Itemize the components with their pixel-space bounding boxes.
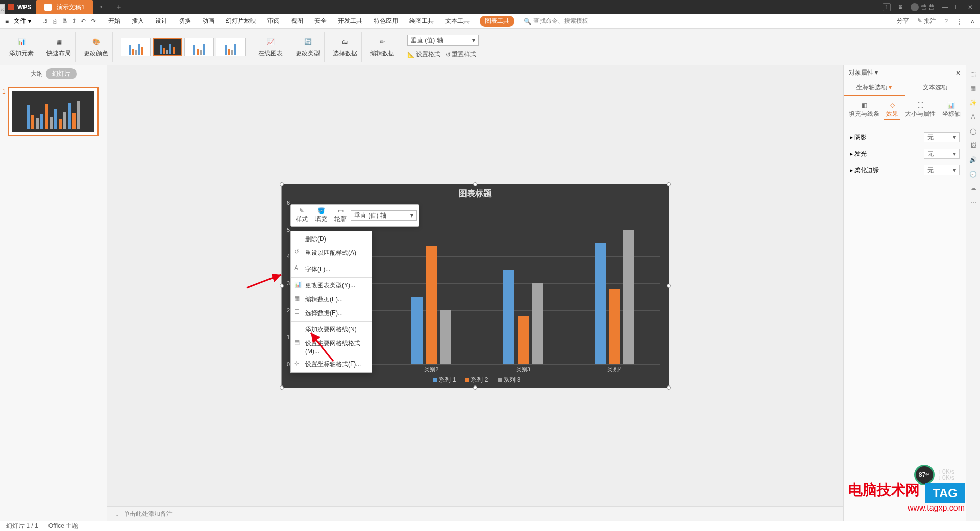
size-props-tab[interactable]: ⛶大小与属性 bbox=[903, 101, 938, 120]
badge-button[interactable]: 1 bbox=[883, 3, 891, 11]
tab-插入[interactable]: 插入 bbox=[131, 15, 145, 28]
edit-data-button[interactable]: ✏编辑数据 bbox=[370, 36, 395, 58]
rail-template-icon[interactable]: ▦ bbox=[970, 85, 976, 92]
outline-tab[interactable]: 大纲 bbox=[31, 69, 43, 78]
online-chart-button[interactable]: 📈在线图表 bbox=[258, 36, 283, 58]
rail-media-icon[interactable]: 🔊 bbox=[969, 156, 977, 163]
search-icon: 🔍 bbox=[524, 18, 531, 25]
mini-style-button[interactable]: ✎样式 bbox=[292, 206, 311, 225]
shadow-row[interactable]: ▸ 阴影无▾ bbox=[850, 129, 960, 146]
tab-特色应用[interactable]: 特色应用 bbox=[373, 15, 399, 28]
notes-bar[interactable]: 🗨 单击此处添加备注 bbox=[107, 506, 843, 521]
tab-设计[interactable]: 设计 bbox=[154, 15, 168, 28]
collapse-panel-button[interactable]: ‹‹ bbox=[0, 4, 5, 14]
ctx-delete[interactable]: 删除(D) bbox=[291, 232, 372, 246]
tab-审阅[interactable]: 审阅 bbox=[266, 15, 281, 28]
tab-文本工具[interactable]: 文本工具 bbox=[444, 15, 471, 28]
softedge-value[interactable]: 无▾ bbox=[924, 165, 960, 175]
chart-style-4[interactable] bbox=[216, 38, 246, 56]
export-icon[interactable]: ⤴ bbox=[72, 18, 76, 25]
set-format-button[interactable]: 📐 设置格式 bbox=[407, 50, 440, 59]
effects-tab[interactable]: ◇效果 bbox=[884, 101, 900, 120]
mini-fill-button[interactable]: 🪣填充 bbox=[312, 206, 330, 225]
change-color-button[interactable]: 🎨 更改颜色 bbox=[84, 36, 108, 58]
chart-legend[interactable]: 系列 1系列 2系列 3 bbox=[282, 376, 669, 384]
rail-font-icon[interactable]: A bbox=[971, 113, 975, 120]
panel-close-icon[interactable]: ✕ bbox=[955, 69, 961, 77]
slides-tab[interactable]: 幻灯片 bbox=[46, 68, 77, 79]
redo-icon[interactable]: ↷ bbox=[91, 18, 96, 25]
side-rail: ⬚ ▦ ✨ A ◯ 🖼 🔊 🕘 ☁ ⋯ bbox=[966, 65, 980, 521]
tab-视图[interactable]: 视图 bbox=[290, 15, 304, 28]
rail-more-icon[interactable]: ⋯ bbox=[970, 199, 976, 206]
chart-style-2[interactable] bbox=[153, 38, 182, 56]
tab-开始[interactable]: 开始 bbox=[107, 15, 121, 28]
print-icon[interactable]: 🖶 bbox=[61, 18, 67, 25]
undo-icon[interactable]: ↶ bbox=[81, 18, 86, 25]
minimize-button[interactable]: — bbox=[942, 4, 948, 11]
text-options-tab[interactable]: 文本选项 bbox=[905, 80, 966, 96]
add-element-button[interactable]: 📊 添加元素 bbox=[9, 36, 34, 58]
help-icon[interactable]: ? bbox=[944, 18, 948, 25]
print-preview-icon[interactable]: ⎘ bbox=[53, 18, 56, 25]
rail-animation-icon[interactable]: ✨ bbox=[969, 99, 977, 106]
hamburger-icon[interactable]: ≡ bbox=[5, 18, 9, 25]
app-logo: WPS bbox=[2, 3, 36, 11]
slide-thumbnail[interactable]: 1 bbox=[8, 87, 99, 136]
select-data-button[interactable]: 🗂选择数据 bbox=[333, 36, 357, 58]
speed-ring[interactable]: 87% bbox=[914, 465, 935, 485]
ctx-change-chart-type[interactable]: 📊更改图表类型(Y)... bbox=[291, 279, 372, 293]
shadow-value[interactable]: 无▾ bbox=[924, 132, 960, 142]
new-tab-button[interactable]: ＋ bbox=[109, 3, 129, 12]
tab-动画[interactable]: 动画 bbox=[201, 15, 215, 28]
collapse-ribbon-icon[interactable]: ⋮ bbox=[956, 18, 962, 25]
rail-cloud-icon[interactable]: ☁ bbox=[970, 185, 976, 192]
mini-element-combo[interactable]: 垂直 (值) 轴▾ bbox=[351, 210, 417, 221]
rail-time-icon[interactable]: 🕘 bbox=[969, 171, 977, 178]
axis-tab[interactable]: 📊坐标轴 bbox=[940, 101, 963, 120]
change-type-button[interactable]: 🔄更改类型 bbox=[296, 36, 320, 58]
tab-开发工具[interactable]: 开发工具 bbox=[337, 15, 363, 28]
rail-select-icon[interactable]: ⬚ bbox=[970, 70, 976, 78]
tab-切换[interactable]: 切换 bbox=[178, 15, 192, 28]
rail-image-icon[interactable]: 🖼 bbox=[970, 142, 976, 149]
ctx-reset-style[interactable]: ↺重设以匹配样式(A) bbox=[291, 246, 372, 260]
ctx-select-data[interactable]: ☐选择数据(E)... bbox=[291, 306, 372, 320]
effects-icon: ◇ bbox=[890, 102, 895, 109]
tab-绘图工具[interactable]: 绘图工具 bbox=[408, 15, 435, 28]
document-tab[interactable]: 演示文稿1 bbox=[36, 0, 93, 14]
quick-layout-icon: ▦ bbox=[53, 36, 65, 48]
tab-安全[interactable]: 安全 bbox=[313, 15, 328, 28]
share-button[interactable]: 分享 bbox=[897, 17, 909, 26]
chevron-icon[interactable]: ∧ bbox=[970, 18, 975, 25]
chart-style-3[interactable] bbox=[184, 38, 214, 56]
glow-row[interactable]: ▸ 发光无▾ bbox=[850, 146, 960, 162]
save-icon[interactable]: 🖫 bbox=[41, 18, 47, 25]
chart-style-1[interactable] bbox=[121, 38, 151, 56]
command-search[interactable]: 🔍 查找命令、搜索模板 bbox=[524, 17, 589, 26]
user-avatar[interactable]: 曹 曹 bbox=[911, 3, 935, 12]
tab-幻灯片放映[interactable]: 幻灯片放映 bbox=[225, 15, 257, 28]
ctx-edit-data[interactable]: ▦编辑数据(E)... bbox=[291, 293, 372, 306]
comment-button[interactable]: ✎ 批注 bbox=[917, 17, 936, 26]
fill-line-tab[interactable]: ◧填充与线条 bbox=[847, 101, 881, 120]
axis-options-tab[interactable]: 坐标轴选项 ▾ bbox=[844, 80, 905, 96]
rail-shape-icon[interactable]: ◯ bbox=[970, 128, 976, 135]
maximize-button[interactable]: ☐ bbox=[955, 4, 961, 11]
chart-title[interactable]: 图表标题 bbox=[282, 184, 669, 203]
reset-style-button[interactable]: ↺ 重置样式 bbox=[446, 50, 476, 59]
tab-图表工具[interactable]: 图表工具 bbox=[480, 16, 514, 27]
softedge-row[interactable]: ▸ 柔化边缘无▾ bbox=[850, 162, 960, 178]
ctx-font[interactable]: A字体(F)... bbox=[291, 262, 372, 276]
quick-layout-button[interactable]: ▦ 快速布局 bbox=[46, 36, 71, 58]
chart-element-combo[interactable]: 垂直 (值) 轴▾ bbox=[407, 35, 479, 46]
mini-outline-button[interactable]: ▭轮廓 bbox=[331, 206, 350, 225]
chart-style-gallery[interactable] bbox=[121, 37, 246, 57]
close-button[interactable]: ✕ bbox=[968, 4, 973, 11]
crown-icon[interactable]: ♛ bbox=[898, 4, 903, 11]
slide[interactable]: 图表标题 0123456 类别1类别2类别3类别4 系列 1系列 2系列 3 bbox=[281, 184, 669, 388]
file-menu[interactable]: 文件▾ bbox=[10, 16, 35, 27]
glow-value[interactable]: 无▾ bbox=[924, 149, 960, 159]
theme-indicator[interactable]: Office 主题 bbox=[48, 522, 78, 530]
page-indicator[interactable]: 幻灯片 1 / 1 bbox=[6, 522, 38, 530]
